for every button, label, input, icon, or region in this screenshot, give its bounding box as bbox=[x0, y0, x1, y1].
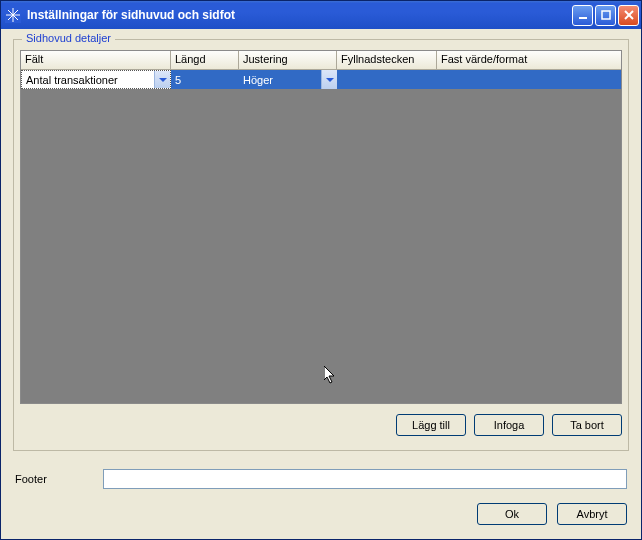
dialog-button-bar: Ok Avbryt bbox=[13, 503, 629, 525]
grid-empty-area bbox=[21, 89, 621, 403]
close-button[interactable] bbox=[618, 5, 639, 26]
header-details-group: Sidhovud detaljer Fält Längd Justering F… bbox=[13, 39, 629, 451]
delete-button[interactable]: Ta bort bbox=[552, 414, 622, 436]
col-header-length[interactable]: Längd bbox=[171, 51, 239, 70]
insert-button[interactable]: Infoga bbox=[474, 414, 544, 436]
field-value: Antal transaktioner bbox=[26, 74, 118, 86]
cell-justify[interactable]: Höger bbox=[239, 70, 337, 89]
col-header-format[interactable]: Fast värde/format bbox=[437, 51, 621, 70]
maximize-icon bbox=[601, 10, 611, 20]
minimize-icon bbox=[578, 10, 588, 20]
svg-rect-6 bbox=[602, 11, 610, 19]
justify-dropdown-button[interactable] bbox=[321, 70, 337, 89]
ok-button[interactable]: Ok bbox=[477, 503, 547, 525]
dialog-window: Inställningar för sidhuvud och sidfot Si… bbox=[0, 0, 642, 540]
col-header-justify[interactable]: Justering bbox=[239, 51, 337, 70]
field-combobox[interactable]: Antal transaktioner bbox=[21, 70, 171, 89]
chevron-down-icon bbox=[159, 78, 167, 82]
window-title: Inställningar för sidhuvud och sidfot bbox=[27, 8, 570, 22]
cell-format[interactable] bbox=[437, 70, 621, 89]
col-header-padchar[interactable]: Fyllnadstecken bbox=[337, 51, 437, 70]
svg-rect-5 bbox=[579, 17, 587, 19]
col-header-field[interactable]: Fält bbox=[21, 51, 171, 70]
row-button-bar: Lägg till Infoga Ta bort bbox=[20, 414, 622, 436]
grid-header: Fält Längd Justering Fyllnadstecken Fast… bbox=[21, 51, 621, 70]
justify-value: Höger bbox=[243, 74, 273, 86]
header-grid: Fält Längd Justering Fyllnadstecken Fast… bbox=[20, 50, 622, 404]
app-icon bbox=[5, 7, 21, 23]
footer-label: Footer bbox=[15, 473, 103, 485]
add-button[interactable]: Lägg till bbox=[396, 414, 466, 436]
client-area: Sidhovud detaljer Fält Längd Justering F… bbox=[1, 29, 641, 535]
group-title: Sidhovud detaljer bbox=[22, 32, 115, 44]
field-dropdown-button[interactable] bbox=[154, 71, 170, 88]
chevron-down-icon bbox=[326, 78, 334, 82]
cell-field[interactable]: Antal transaktioner bbox=[21, 70, 171, 89]
footer-input[interactable] bbox=[103, 469, 627, 489]
minimize-button[interactable] bbox=[572, 5, 593, 26]
cell-length[interactable]: 5 bbox=[171, 70, 239, 89]
cell-padchar[interactable] bbox=[337, 70, 437, 89]
table-row[interactable]: Antal transaktioner 5 Höger bbox=[21, 70, 621, 89]
cancel-button[interactable]: Avbryt bbox=[557, 503, 627, 525]
close-icon bbox=[624, 10, 634, 20]
titlebar: Inställningar för sidhuvud och sidfot bbox=[1, 1, 641, 29]
footer-row: Footer bbox=[13, 469, 629, 489]
maximize-button[interactable] bbox=[595, 5, 616, 26]
